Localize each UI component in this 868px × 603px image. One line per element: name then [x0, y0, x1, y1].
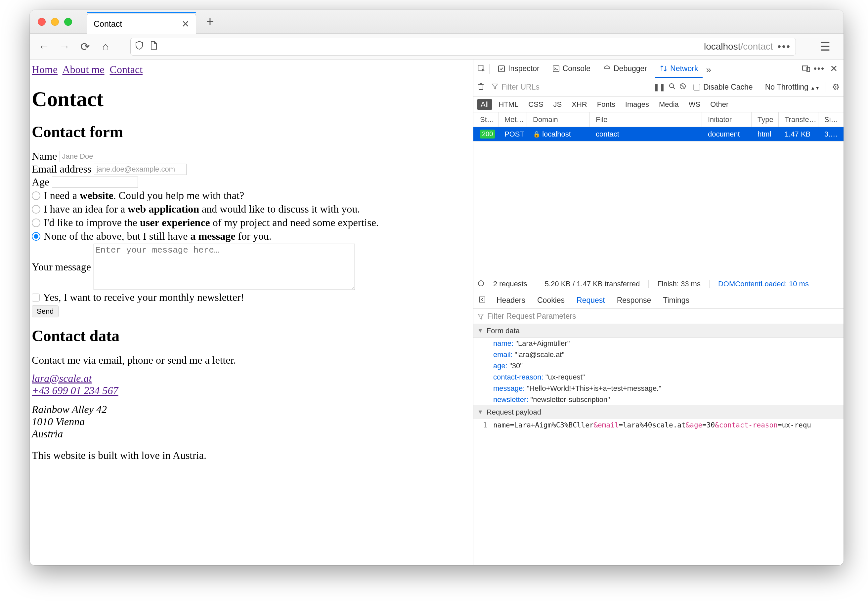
shield-icon[interactable] — [135, 41, 143, 52]
detail-tab-cookies[interactable]: Cookies — [536, 296, 566, 305]
detail-tab-response[interactable]: Response — [615, 296, 653, 305]
disable-cache-label: Disable Cache — [703, 83, 753, 91]
nav-about[interactable]: About me — [62, 63, 104, 76]
menu-button[interactable]: ☰ — [812, 40, 838, 54]
reload-button[interactable]: ⟳ — [76, 38, 94, 56]
nav-home[interactable]: Home — [32, 63, 57, 76]
svg-point-5 — [670, 83, 674, 88]
filter-css[interactable]: CSS — [525, 99, 547, 110]
filter-js[interactable]: JS — [550, 99, 565, 110]
filter-media[interactable]: Media — [656, 99, 682, 110]
name-input[interactable] — [60, 151, 155, 162]
tab-network[interactable]: Network — [655, 60, 702, 78]
radio-message[interactable] — [32, 232, 40, 241]
col-initiator[interactable]: Initiator — [705, 113, 752, 127]
col-status[interactable]: St… — [477, 113, 499, 127]
radio-website[interactable] — [32, 192, 40, 200]
url-bar[interactable]: localhost/contact ••• — [130, 38, 796, 56]
contact-email-link[interactable]: lara@scale.at — [32, 372, 471, 385]
minimize-window-button[interactable] — [51, 18, 59, 26]
browser-tab[interactable]: Contact ✕ — [87, 14, 196, 34]
detail-tab-request[interactable]: Request — [575, 296, 606, 305]
tab-title: Contact — [94, 19, 122, 29]
nav-contact[interactable]: Contact — [110, 63, 143, 76]
devtools-close-icon[interactable]: ✕ — [828, 63, 840, 74]
message-textarea[interactable] — [94, 244, 355, 290]
forward-button[interactable]: → — [56, 38, 73, 56]
filter-request-params[interactable]: Filter Request Parameters — [473, 309, 843, 324]
page-content: Home About me Contact Contact Contact fo… — [30, 60, 473, 565]
home-button[interactable]: ⌂ — [97, 38, 115, 56]
col-method[interactable]: Met… — [502, 113, 527, 127]
email-input[interactable] — [94, 164, 187, 175]
network-type-filters: All HTML CSS JS XHR Fonts Images Media W… — [473, 97, 843, 113]
lock-icon: 🔒 — [533, 131, 540, 138]
filter-images[interactable]: Images — [622, 99, 653, 110]
summary-finish: Finish: 33 ms — [657, 280, 701, 288]
name-label: Name — [32, 150, 57, 162]
throttling-select[interactable]: No Throttling ▲▼ — [765, 83, 820, 91]
filter-other[interactable]: Other — [707, 99, 732, 110]
new-tab-button[interactable]: + — [200, 14, 220, 29]
contact-address: Rainbow Alley 42 1010 Vienna Austria — [32, 404, 471, 440]
age-input[interactable] — [52, 176, 138, 188]
window-titlebar: Contact ✕ + — [30, 10, 843, 34]
filter-html[interactable]: HTML — [495, 99, 522, 110]
radio-ux[interactable] — [32, 218, 40, 227]
filter-xhr[interactable]: XHR — [568, 99, 590, 110]
disable-cache-checkbox[interactable] — [693, 84, 700, 91]
col-type[interactable]: Type — [755, 113, 779, 127]
settings-icon[interactable]: ⚙ — [832, 82, 840, 92]
page-info-icon[interactable] — [148, 36, 699, 57]
more-tabs-icon[interactable]: » — [706, 65, 711, 73]
col-file[interactable]: File — [593, 113, 702, 127]
timer-icon[interactable] — [477, 279, 485, 289]
detail-back-icon[interactable] — [479, 296, 486, 305]
block-icon[interactable] — [679, 83, 687, 92]
browser-toolbar: ← → ⟳ ⌂ localhost/contact ••• ☰ — [30, 34, 843, 60]
page-actions-icon[interactable]: ••• — [777, 41, 791, 52]
request-payload-section[interactable]: ▼ Request payload — [473, 405, 843, 419]
clear-icon[interactable] — [477, 82, 485, 92]
filter-all[interactable]: All — [477, 99, 492, 110]
pause-icon[interactable]: ❚❚ — [653, 83, 665, 91]
filter-icon[interactable] — [491, 83, 498, 91]
radio-ux-label: I'd like to improve the user experience … — [44, 216, 379, 229]
devtools-empty-area — [473, 431, 843, 565]
detail-tab-headers[interactable]: Headers — [495, 296, 527, 305]
network-request-row[interactable]: 200 POST 🔒 localhost contact document ht… — [473, 127, 843, 141]
payload-line: 1 name=Lara+Aigm%C3%BCller&email=lara%40… — [473, 419, 843, 431]
form-kv-message: message: "Hello+World!+This+is+a+test+me… — [473, 383, 843, 394]
devtools-menu-icon[interactable]: ••• — [814, 63, 825, 74]
radio-webapp[interactable] — [32, 205, 40, 213]
contact-data-heading: Contact data — [32, 326, 471, 345]
newsletter-checkbox[interactable] — [32, 294, 40, 302]
responsive-mode-icon[interactable] — [802, 65, 811, 73]
form-kv-email: email: "lara@scale.at" — [473, 349, 843, 360]
tab-inspector[interactable]: Inspector — [493, 60, 544, 78]
summary-transferred: 5.20 KB / 1.47 KB transferred — [545, 280, 640, 288]
tab-console[interactable]: Console — [547, 60, 595, 78]
zoom-window-button[interactable] — [64, 18, 72, 26]
radio-webapp-label: I have an idea for a web application and… — [44, 203, 360, 215]
search-icon[interactable] — [668, 83, 676, 92]
filter-ws[interactable]: WS — [685, 99, 704, 110]
back-button[interactable]: ← — [35, 38, 53, 56]
col-transfer[interactable]: Transfe… — [782, 113, 818, 127]
tab-debugger[interactable]: Debugger — [598, 60, 652, 78]
contact-phone-link[interactable]: +43 699 01 234 567 — [32, 385, 471, 397]
send-button[interactable]: Send — [32, 305, 59, 317]
message-label: Your message — [32, 261, 91, 273]
close-window-button[interactable] — [38, 18, 46, 26]
filter-url-input[interactable]: Filter URLs — [501, 83, 539, 91]
close-tab-icon[interactable]: ✕ — [181, 19, 189, 29]
form-data-section[interactable]: ▼ Form data — [473, 324, 843, 338]
pick-element-icon[interactable] — [477, 65, 486, 73]
page-footer: This website is built with love in Austr… — [32, 449, 471, 462]
detail-tab-timings[interactable]: Timings — [662, 296, 691, 305]
chevron-down-icon: ▼ — [477, 327, 483, 334]
newsletter-label: Yes, I want to receive your monthly news… — [43, 291, 244, 303]
col-domain[interactable]: Domain — [530, 113, 590, 127]
filter-fonts[interactable]: Fonts — [594, 99, 618, 110]
col-size[interactable]: Si… — [822, 113, 840, 127]
